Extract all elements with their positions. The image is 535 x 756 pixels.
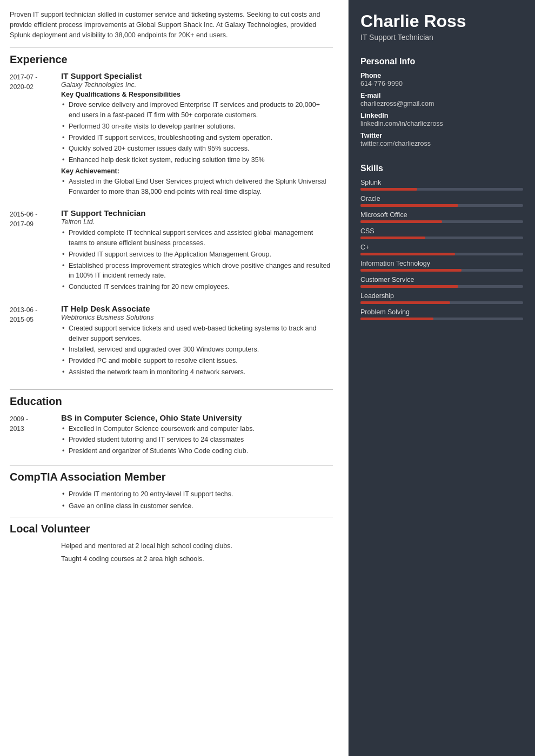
personal-info-list: Phone614-776-9990E-mailcharliezross@gmai… — [360, 72, 523, 147]
left-column: Proven IT support technician skilled in … — [0, 0, 349, 756]
education-section-title: Education — [10, 395, 333, 408]
exp-bullet: Established process improvement strategi… — [61, 261, 333, 281]
exp-dates: 2017-07 - 2020-02 — [10, 71, 61, 199]
exp-bullet-list: Provided complete IT technical support s… — [61, 228, 333, 292]
right-column: Charlie Ross IT Support Technician Perso… — [349, 0, 535, 756]
comptia-section-title: CompTIA Association Member — [10, 471, 333, 483]
skill-bar-background — [360, 301, 523, 304]
skill-row: Leadership — [360, 292, 523, 304]
skill-bar-fill — [360, 301, 450, 304]
exp-bullet: Conducted IT services training for 20 ne… — [61, 282, 333, 292]
skill-bar-background — [360, 188, 523, 191]
skill-bar-fill — [360, 204, 458, 207]
skill-row: C+ — [360, 244, 523, 255]
edu-details: BS in Computer Science, Ohio State Unive… — [61, 413, 333, 458]
exp-bullet: Provided IT support services to the Appl… — [61, 249, 333, 260]
skills-title: Skills — [360, 164, 523, 173]
experience-item: 2015-06 - 2017-09IT Support TechnicianTe… — [10, 208, 333, 294]
edu-title: BS in Computer Science, Ohio State Unive… — [61, 413, 333, 422]
exp-title: IT Help Desk Associate — [61, 304, 333, 313]
experience-section-title: Experience — [10, 53, 333, 66]
comptia-details: Provide IT mentoring to 20 entry-level I… — [61, 489, 333, 512]
skill-row: CSS — [360, 227, 523, 239]
skill-bar-background — [360, 318, 523, 320]
info-label: E-mail — [360, 92, 523, 99]
skill-row: Customer Service — [360, 276, 523, 288]
info-value: charliezross@gmail.com — [360, 100, 523, 107]
exp-title: IT Support Technician — [61, 208, 333, 218]
exp-bullet: Assisted in the Global End User Services… — [61, 177, 333, 197]
volunteer-text: Helped and mentored at 2 local high scho… — [61, 541, 333, 551]
edu-dates: 2009 - 2013 — [10, 413, 61, 458]
exp-sub-heading: Key Qualifications & Responsibilities — [61, 91, 333, 98]
exp-bullet: Drove service delivery and improved Ente… — [61, 100, 333, 120]
skill-bar-background — [360, 269, 523, 272]
edu-bullet: Provided student tutoring and IT service… — [61, 435, 333, 445]
exp-bullet-list: Drove service delivery and improved Ente… — [61, 100, 333, 165]
summary-text: Proven IT support technician skilled in … — [10, 10, 333, 40]
exp-details: IT Support TechnicianTeltron Ltd.Provide… — [61, 208, 333, 294]
exp-title: IT Support Specialist — [61, 71, 333, 80]
skill-name: Microsoft Office — [360, 211, 523, 219]
volunteer-section-title: Local Volunteer — [10, 523, 333, 535]
comptia-item: Provide IT mentoring to 20 entry-level I… — [10, 489, 333, 512]
experience-item: 2013-06 - 2015-05IT Help Desk AssociateW… — [10, 304, 333, 380]
skill-bar-fill — [360, 285, 458, 288]
exp-bullet: Installed, serviced and upgraded over 30… — [61, 345, 333, 355]
skill-bar-background — [360, 253, 523, 255]
edu-bullet: Excelled in Computer Science coursework … — [61, 424, 333, 434]
exp-bullet: Provided PC and mobile support to resolv… — [61, 356, 333, 366]
info-label: Twitter — [360, 132, 523, 139]
exp-bullet: Quickly solved 20+ customer issues daily… — [61, 144, 333, 154]
experience-list: 2017-07 - 2020-02IT Support SpecialistGa… — [10, 71, 333, 379]
skill-bar-fill — [360, 188, 417, 191]
exp-bullet-list: Assisted in the Global End User Services… — [61, 177, 333, 197]
skill-bar-background — [360, 204, 523, 207]
personal-info-title: Personal Info — [360, 57, 523, 66]
comptia-bullet: Provide IT mentoring to 20 entry-level I… — [61, 489, 333, 500]
skill-name: Information Technology — [360, 260, 523, 267]
volunteer-text: Taught 4 coding courses at 2 area high s… — [61, 554, 333, 564]
info-value: twitter.com/charliezross — [360, 140, 523, 147]
comptia-bullets: Provide IT mentoring to 20 entry-level I… — [61, 489, 333, 511]
skill-name: Leadership — [360, 292, 523, 300]
exp-bullet: Created support service tickets and used… — [61, 323, 333, 344]
volunteer-item: Helped and mentored at 2 local high scho… — [10, 541, 333, 566]
info-value: linkedin.com/in/charliezross — [360, 120, 523, 127]
exp-dates: 2015-06 - 2017-09 — [10, 208, 61, 294]
skills-list: SplunkOracleMicrosoft OfficeCSSC+Informa… — [360, 179, 523, 320]
exp-bullet-list: Created support service tickets and used… — [61, 323, 333, 377]
exp-company: Webtronics Business Solutions — [61, 314, 333, 321]
skill-name: Oracle — [360, 195, 523, 202]
personal-info-section: Personal Info Phone614-776-9990E-mailcha… — [349, 50, 535, 157]
exp-bullet: Provided complete IT technical support s… — [61, 228, 333, 248]
exp-details: IT Support SpecialistGalaxy Technologies… — [61, 71, 333, 199]
exp-dates: 2013-06 - 2015-05 — [10, 304, 61, 380]
edu-bullet: President and organizer of Students Who … — [61, 446, 333, 456]
comptia-bullet: Gave an online class in customer service… — [61, 501, 333, 511]
personal-info-row: E-mailcharliezross@gmail.com — [360, 92, 523, 107]
candidate-title: IT Support Technician — [360, 33, 523, 42]
exp-company: Galaxy Technologies Inc. — [61, 81, 333, 89]
exp-sub-heading: Key Achievement: — [61, 167, 333, 175]
info-value: 614-776-9990 — [360, 80, 523, 87]
skill-name: Problem Solving — [360, 308, 523, 316]
skill-row: Microsoft Office — [360, 211, 523, 223]
skill-bar-fill — [360, 237, 425, 239]
exp-bullet: Enhanced help desk ticket system, reduci… — [61, 155, 333, 165]
skill-row: Information Technology — [360, 260, 523, 272]
skill-bar-fill — [360, 253, 455, 255]
exp-bullet: Provided IT support services, troublesho… — [61, 133, 333, 143]
experience-item: 2017-07 - 2020-02IT Support SpecialistGa… — [10, 71, 333, 199]
skill-name: CSS — [360, 227, 523, 235]
exp-bullet: Assisted the network team in monitoring … — [61, 367, 333, 377]
skill-bar-fill — [360, 318, 433, 320]
edu-bullet-list: Excelled in Computer Science coursework … — [61, 424, 333, 456]
skill-bar-fill — [360, 220, 442, 223]
skill-bar-background — [360, 220, 523, 223]
skill-bar-background — [360, 285, 523, 288]
info-label: Phone — [360, 72, 523, 79]
skill-row: Splunk — [360, 179, 523, 191]
education-item: 2009 - 2013BS in Computer Science, Ohio … — [10, 413, 333, 458]
skills-section: Skills SplunkOracleMicrosoft OfficeCSSC+… — [349, 157, 535, 330]
